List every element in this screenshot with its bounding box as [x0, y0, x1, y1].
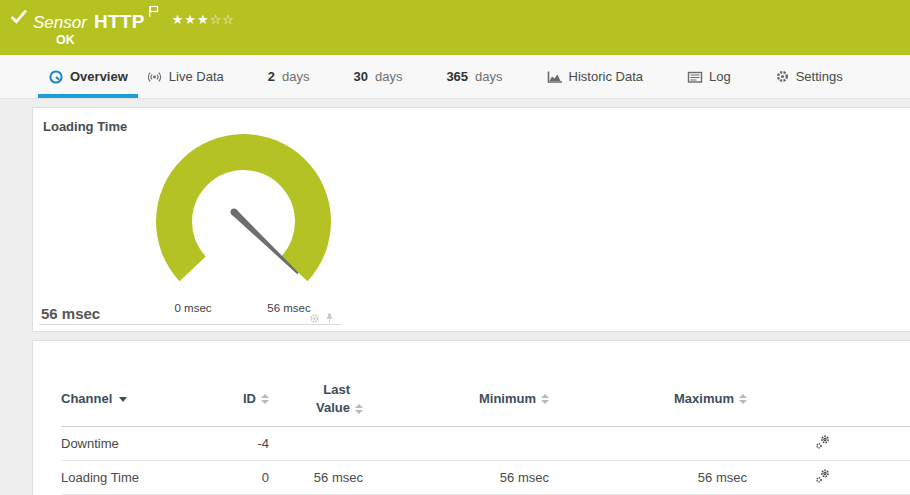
sort-both-icon — [355, 404, 363, 414]
cell-maximum — [549, 427, 747, 461]
column-header-maximum-label: Maximum — [674, 391, 734, 406]
sort-both-icon — [541, 394, 549, 404]
gauge-panel-title: Loading Time — [43, 119, 127, 134]
cell-id: -4 — [211, 427, 269, 461]
column-header-id[interactable]: ID — [211, 371, 269, 427]
channels-table-panel: Channel ID Last Value Minimum Maximum — [32, 340, 910, 495]
broadcast-icon — [146, 69, 163, 85]
widget-settings-gear-icon[interactable] — [309, 310, 320, 328]
tab-bar: Overview Live Data 2 days 30 days 365 da… — [0, 55, 910, 99]
gauge-current-value: 56 msec — [41, 305, 100, 322]
column-header-last-value[interactable]: Last Value — [269, 371, 363, 427]
cell-last-value: 56 msec — [269, 461, 363, 495]
table-row-downtime[interactable]: Downtime -4 — [61, 427, 910, 461]
column-header-last-value-label: Last Value — [304, 381, 350, 416]
sensor-status-header: SensorHTTP★★★☆☆ OK — [0, 0, 910, 55]
cell-channel[interactable]: Loading Time — [61, 461, 211, 495]
cell-channel[interactable]: Downtime — [61, 427, 211, 461]
tab-30-days-unit: days — [375, 69, 402, 84]
area-chart-icon — [547, 69, 563, 85]
channel-settings-gears-icon[interactable] — [815, 434, 833, 453]
flag-icon[interactable] — [148, 4, 160, 22]
gauge-needle — [232, 210, 299, 275]
column-header-maximum[interactable]: Maximum — [549, 371, 747, 427]
tab-log[interactable]: Log — [677, 55, 741, 98]
column-header-minimum-label: Minimum — [479, 391, 536, 406]
widget-pin-icon[interactable] — [325, 310, 334, 328]
gauge-min-label: 0 msec — [174, 302, 211, 314]
channel-settings-gears-icon[interactable] — [815, 468, 833, 487]
tab-365-days[interactable]: 365 days — [436, 55, 512, 98]
tab-2-days-number: 2 — [268, 69, 275, 84]
sensor-name: HTTP — [94, 11, 145, 32]
widget-divider — [39, 324, 341, 325]
tab-30-days-number: 30 — [353, 69, 367, 84]
column-header-id-label: ID — [243, 391, 256, 406]
ok-check-icon — [9, 8, 29, 29]
log-list-icon — [687, 69, 703, 85]
stars-filled: ★★★ — [172, 12, 210, 27]
status-badge: OK — [56, 33, 75, 47]
tab-2-days-unit: days — [282, 69, 309, 84]
channels-table: Channel ID Last Value Minimum Maximum — [61, 371, 910, 495]
column-header-minimum[interactable]: Minimum — [363, 371, 549, 427]
tab-365-days-number: 365 — [446, 69, 468, 84]
loading-time-gauge-panel: Loading Time 0 msec 56 msec 56 msec — [32, 107, 910, 332]
gauge-needle-hub — [231, 209, 238, 216]
tab-historic-data[interactable]: Historic Data — [537, 55, 653, 98]
column-header-channel-label: Channel — [61, 391, 112, 406]
column-header-actions — [747, 371, 833, 427]
priority-stars[interactable]: ★★★☆☆ — [172, 12, 235, 27]
cell-filler — [833, 461, 910, 495]
cell-minimum — [363, 427, 549, 461]
tab-live-data-label: Live Data — [169, 69, 224, 84]
stars-empty: ☆☆ — [210, 12, 235, 27]
tab-settings[interactable]: Settings — [765, 55, 853, 98]
tab-overview[interactable]: Overview — [38, 55, 138, 98]
table-header-row: Channel ID Last Value Minimum Maximum — [61, 371, 910, 427]
gauge-max-label: 56 msec — [267, 302, 310, 314]
gear-icon — [775, 69, 790, 84]
sensor-type-label: Sensor — [33, 13, 87, 32]
sort-both-icon — [261, 394, 269, 404]
table-row-loading-time[interactable]: Loading Time 0 56 msec 56 msec 56 msec — [61, 461, 910, 495]
loading-time-gauge — [141, 124, 346, 314]
tab-historic-data-label: Historic Data — [569, 69, 643, 84]
column-header-filler — [833, 371, 910, 427]
gauge-arc — [156, 134, 331, 281]
cell-maximum: 56 msec — [549, 461, 747, 495]
widget-toolbar — [309, 310, 334, 328]
tab-live-data[interactable]: Live Data — [136, 55, 234, 98]
tab-settings-label: Settings — [796, 69, 843, 84]
cell-minimum: 56 msec — [363, 461, 549, 495]
cell-id: 0 — [211, 461, 269, 495]
tab-2-days[interactable]: 2 days — [258, 55, 320, 98]
cell-last-value — [269, 427, 363, 461]
column-header-channel[interactable]: Channel — [61, 371, 211, 427]
cell-filler — [833, 427, 910, 461]
tab-log-label: Log — [709, 69, 731, 84]
gauge-icon — [48, 69, 64, 85]
sort-both-icon — [739, 394, 747, 404]
tab-overview-label: Overview — [70, 69, 128, 84]
sensor-title: SensorHTTP★★★☆☆ — [33, 4, 235, 33]
sort-desc-icon — [119, 397, 127, 402]
tab-365-days-unit: days — [475, 69, 502, 84]
tab-30-days[interactable]: 30 days — [343, 55, 412, 98]
